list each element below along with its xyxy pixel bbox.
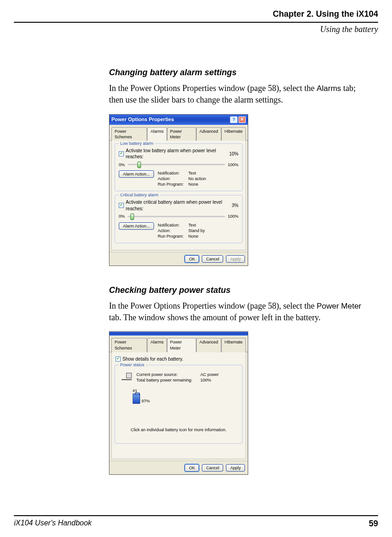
low-battery-checkbox[interactable]: ✔ [119, 151, 124, 156]
label-runprogram-2: Run Program: [158, 233, 186, 239]
footer-doc-title: iX104 User's Handbook [14, 519, 92, 529]
slider-min-2: 0% [119, 214, 125, 219]
tab-advanced[interactable]: Advanced [196, 127, 221, 141]
section-heading-alarm: Changing battery alarm settings [109, 67, 364, 78]
label-notification-2: Notification: [158, 222, 186, 228]
critical-battery-checkbox[interactable]: ✔ [119, 203, 124, 208]
main-content: Changing battery alarm settings In the P… [109, 67, 364, 475]
value-action-2: Stand by [188, 228, 216, 233]
value-runprogram-2: None [188, 233, 216, 239]
ok-button[interactable]: OK [185, 255, 199, 263]
ok-button-2[interactable]: OK [185, 464, 199, 472]
tab-advanced-2[interactable]: Advanced [196, 338, 221, 352]
value-action: No action [188, 176, 216, 181]
power-meter-panel: ✔ Show details for each battery. Power s… [111, 352, 246, 459]
battery-percent: 97% [141, 398, 150, 404]
p1-bold: Alarms [316, 84, 341, 93]
tab-hibernate[interactable]: Hibernate [221, 127, 246, 141]
titlebar-cropped [109, 332, 248, 336]
p1-pre: In the Power Options Properties window (… [109, 84, 316, 93]
slider-thumb-icon[interactable] [137, 162, 141, 168]
power-options-dialog-powermeter: Power Schemes Alarms Power Meter Advance… [109, 331, 248, 474]
tab-alarms[interactable]: Alarms [147, 127, 167, 141]
page-header: Chapter 2. Using the iX104 [0, 0, 392, 22]
tab-strip-2: Power Schemes Alarms Power Meter Advance… [109, 336, 248, 352]
tab-power-schemes-2[interactable]: Power Schemes [111, 338, 147, 352]
header-rule [14, 22, 378, 23]
low-battery-slider-row: 0% 100% [119, 162, 238, 168]
value-notification: Text [188, 170, 216, 176]
tab-power-meter-2[interactable]: Power Meter [167, 338, 196, 352]
cancel-button[interactable]: Cancel [202, 255, 223, 263]
tab-power-meter[interactable]: Power Meter [167, 127, 196, 141]
low-alarm-details: Notification: Text Action: No action Run… [158, 170, 216, 187]
power-status-group: Power status Current power source: AC po… [115, 365, 243, 444]
cancel-button-2[interactable]: Cancel [202, 464, 223, 472]
dialog-button-bar: OK Cancel Apply [109, 252, 248, 265]
battery-id-label: #1 [133, 388, 238, 394]
critical-alarm-action-button[interactable]: Alarm Action... [119, 222, 154, 230]
slider-thumb-icon-2[interactable] [130, 214, 134, 220]
p2-pre: In the Power Options Properties window (… [109, 301, 316, 311]
low-battery-legend: Low battery alarm [119, 141, 155, 146]
section-heading-status: Checking battery power status [109, 285, 364, 296]
slider-max: 100% [228, 162, 238, 168]
label-action: Action: [158, 176, 186, 181]
remaining-value: 100% [200, 377, 219, 383]
section2-paragraph: In the Power Options Properties window (… [109, 300, 364, 323]
tab-strip: Power Schemes Alarms Power Meter Advance… [109, 125, 248, 141]
plug-icon [122, 372, 132, 380]
show-details-checkbox[interactable]: ✔ [116, 356, 121, 362]
label-action-2: Action: [158, 228, 186, 233]
page-footer: iX104 User's Handbook 59 [14, 515, 378, 529]
critical-battery-value: 3% [232, 202, 238, 209]
chapter-title: Chapter 2. Using the iX104 [14, 9, 378, 19]
critical-battery-group: Critical battery alarm ✔ Activate critic… [115, 195, 243, 243]
p2-post: tab. The window shows the amount of powe… [109, 313, 321, 322]
p2-bold: Power Meter [316, 302, 361, 311]
footer-page-number: 59 [369, 519, 378, 529]
titlebar[interactable]: Power Options Properties ? ✕ [109, 115, 248, 125]
critical-battery-legend: Critical battery alarm [119, 192, 160, 198]
tab-hibernate-2[interactable]: Hibernate [221, 338, 246, 352]
low-battery-value: 10% [229, 151, 238, 157]
close-icon[interactable]: ✕ [238, 116, 246, 123]
critical-battery-slider-row: 0% 100% [119, 214, 238, 219]
tab-alarms-2[interactable]: Alarms [147, 338, 167, 352]
power-meter-help-text: Click an individual battery icon for mor… [119, 427, 238, 433]
low-alarm-action-button[interactable]: Alarm Action... [119, 170, 154, 178]
show-details-label: Show details for each battery. [122, 356, 183, 362]
dialog-button-bar-2: OK Cancel Apply [109, 461, 248, 474]
battery-entry[interactable]: 97% [133, 394, 238, 404]
slider-max-2: 100% [228, 214, 238, 219]
tab-power-schemes[interactable]: Power Schemes [111, 127, 147, 141]
source-label: Current power source: [136, 372, 197, 377]
critical-battery-slider[interactable] [128, 216, 225, 217]
value-notification-2: Text [188, 222, 216, 228]
label-notification: Notification: [158, 170, 186, 176]
low-battery-group: Low battery alarm ✔ Activate low battery… [115, 143, 243, 192]
alarms-panel: Low battery alarm ✔ Activate low battery… [111, 141, 246, 250]
source-value: AC power [200, 372, 219, 377]
power-status-legend: Power status [119, 362, 146, 368]
label-runprogram: Run Program: [158, 181, 186, 187]
apply-button[interactable]: Apply [226, 255, 245, 263]
window-title: Power Options Properties [111, 116, 174, 123]
apply-button-2[interactable]: Apply [226, 464, 245, 472]
battery-icon[interactable] [133, 394, 140, 404]
critical-alarm-details: Notification: Text Action: Stand by Run … [158, 222, 216, 239]
critical-battery-checkbox-label: Activate critical battery alarm when pow… [126, 199, 230, 212]
remaining-label: Total battery power remaining: [136, 377, 197, 383]
low-battery-checkbox-label: Activate low battery alarm when power le… [126, 148, 227, 160]
help-icon[interactable]: ? [230, 116, 238, 123]
low-battery-slider[interactable] [128, 164, 225, 165]
section-subtitle: Using the battery [0, 25, 392, 34]
value-runprogram: None [188, 181, 216, 187]
slider-min: 0% [119, 162, 125, 168]
section1-paragraph: In the Power Options Properties window (… [109, 83, 364, 105]
power-options-dialog-alarms: Power Options Properties ? ✕ Power Schem… [109, 114, 248, 266]
